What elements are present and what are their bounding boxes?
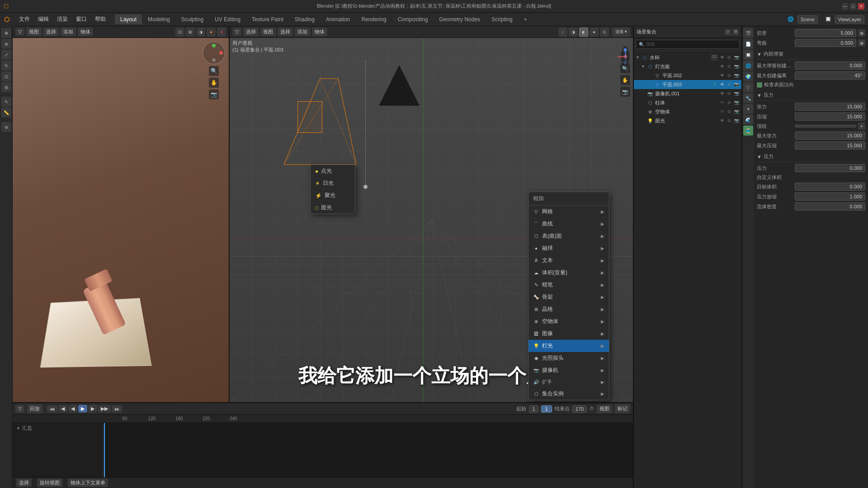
- tab-compositing[interactable]: Compositing: [392, 14, 434, 24]
- tab-layout[interactable]: Layout: [115, 14, 142, 24]
- toolbar-measure[interactable]: 📏: [1, 108, 11, 117]
- pressure-val-value[interactable]: 0.000: [795, 164, 865, 172]
- menu-item-text[interactable]: A文本 ▶: [528, 254, 609, 267]
- em-vis-icon[interactable]: 👁: [719, 108, 725, 115]
- timeline-type-btn[interactable]: ▽: [15, 405, 24, 413]
- main-vp-shading3[interactable]: ●: [590, 28, 599, 37]
- lb-sel-icon[interactable]: ⊙: [726, 63, 732, 70]
- al-vis-icon[interactable]: 👁: [719, 117, 725, 124]
- mini-viewport-object-btn[interactable]: 物体: [78, 28, 93, 36]
- minimize-button[interactable]: —: [842, 3, 848, 9]
- tab-animation[interactable]: Animation: [321, 14, 355, 24]
- menu-item-mesh[interactable]: ▽网格 ▶: [528, 206, 609, 218]
- vertex-group-value[interactable]: [795, 125, 856, 127]
- p002-sel-icon[interactable]: ⊙: [726, 72, 732, 79]
- timeline-rotate-view-btn[interactable]: 旋转视图: [37, 479, 62, 487]
- bend-adjust[interactable]: ⊕: [858, 39, 865, 47]
- toolbar-transform[interactable]: ⊞: [1, 82, 11, 92]
- camera-icon-overlay[interactable]: 📷: [209, 89, 219, 99]
- timeline-next-key[interactable]: ▶▶: [98, 405, 111, 413]
- menu-help[interactable]: 帮助: [91, 14, 109, 24]
- p003-vis-icon[interactable]: 👁: [719, 81, 725, 88]
- cup-sel-icon[interactable]: ⊙: [726, 54, 732, 61]
- cup-vis-icon[interactable]: 👁: [719, 54, 725, 61]
- viewport-nav-gizmo-container[interactable]: [620, 52, 630, 61]
- em-sel-icon[interactable]: ⊙: [726, 108, 732, 115]
- outliner-item-cup[interactable]: ▼ ⬡ 水杯 12 👁 ⊙ 📷: [634, 53, 741, 62]
- outliner-restrict-icon[interactable]: ☰: [732, 29, 739, 35]
- pan-icon[interactable]: ✋: [209, 78, 219, 88]
- main-vp-shading2[interactable]: ◐: [579, 28, 588, 37]
- toolbar-annotate[interactable]: ✎: [1, 97, 11, 107]
- props-tab-view-layer[interactable]: 🔲: [743, 50, 753, 60]
- clip-start-adjust[interactable]: ⊕: [858, 29, 865, 37]
- rotation-gizmo[interactable]: [203, 42, 225, 64]
- mini-vp-icon1[interactable]: ⊡: [175, 28, 184, 37]
- timeline-prev-frame[interactable]: ◀: [68, 405, 77, 413]
- menu-item-image[interactable]: 🖼图像 ▶: [528, 328, 609, 340]
- p002-render-icon[interactable]: 📷: [733, 72, 740, 79]
- tab-geometry-nodes[interactable]: Geometry Nodes: [434, 14, 486, 24]
- timeline-marker-btn[interactable]: 标记: [615, 404, 630, 413]
- current-frame-value[interactable]: 1: [541, 405, 552, 413]
- outliner-search-field[interactable]: 🔍 搜索: [636, 40, 740, 49]
- viewlayer-selector[interactable]: ViewLayer: [835, 15, 864, 23]
- timeline-next-frame[interactable]: ▶: [88, 405, 97, 413]
- timeline-mode-btn[interactable]: 回放: [27, 404, 42, 413]
- toolbar-add[interactable]: ⊕: [1, 122, 11, 132]
- lb-render-icon[interactable]: 📷: [733, 63, 740, 70]
- toolbar-scale[interactable]: ⊡: [1, 71, 11, 81]
- outliner-item-empty[interactable]: ▶ ⊕ 空物体 👁 ⊙ 📷: [634, 107, 741, 116]
- mini-vp-icon3[interactable]: ◑: [196, 28, 205, 37]
- em-render-icon[interactable]: 📷: [733, 108, 740, 115]
- blender-logo[interactable]: ⬡: [0, 13, 14, 26]
- mini-vp-icon2[interactable]: ⊞: [186, 28, 195, 37]
- internal-spring-header[interactable]: ▼ 内部弹簧: [757, 49, 865, 60]
- light-area[interactable]: □ 面光: [311, 202, 355, 214]
- cup-expand[interactable]: ▼: [636, 55, 641, 60]
- main-vp-shading1[interactable]: ◑: [569, 28, 578, 37]
- p003-render-icon[interactable]: 📷: [733, 81, 740, 88]
- fluid-dens-value[interactable]: 0.000: [795, 202, 865, 211]
- max-dist-value[interactable]: 45°: [795, 71, 865, 80]
- outliner-filter-icon[interactable]: ▽: [725, 29, 731, 35]
- props-tab-cloth[interactable]: 🧵: [743, 126, 753, 136]
- vertex-group-btn[interactable]: +: [858, 122, 865, 130]
- al-render-icon[interactable]: 📷: [733, 117, 740, 124]
- menu-item-volume[interactable]: ☁体积(音量) ▶: [528, 267, 609, 279]
- p002-vis-icon[interactable]: 👁: [719, 72, 725, 79]
- outliner-item-plane003[interactable]: ▶ ▽ 平面.003 ✎ 👁 ⊙ 📷: [634, 80, 741, 89]
- timeline-skip-start[interactable]: ⏮: [47, 405, 57, 413]
- menu-item-light[interactable]: 💡 灯光 ▶: [528, 340, 609, 352]
- main-vp-view-btn[interactable]: 视图: [260, 28, 276, 36]
- cyl-sel-icon[interactable]: ⊙: [726, 99, 732, 106]
- pressure-header[interactable]: ▼ 压力: [757, 151, 865, 162]
- timeline-track-content[interactable]: [103, 423, 633, 477]
- mini-viewport-type-btn[interactable]: ▽: [15, 28, 24, 36]
- outliner-item-plane002[interactable]: ▶ ▽ 平面.002 👁 ⊙ 📷: [634, 71, 741, 80]
- end-frame-value[interactable]: 170: [572, 405, 587, 413]
- mini-vp-icon5[interactable]: ✕: [217, 28, 226, 37]
- mini-vp-icon4[interactable]: ●: [207, 28, 216, 37]
- compression-value[interactable]: 15.000: [795, 113, 865, 121]
- scene-selector[interactable]: Scene: [797, 15, 818, 23]
- props-tab-scene[interactable]: 🌐: [743, 61, 753, 70]
- vp-pan-icon[interactable]: ✋: [620, 75, 630, 85]
- main-vp-object-btn[interactable]: 物体: [312, 28, 327, 36]
- check-surface-normal-checkbox[interactable]: [757, 82, 762, 88]
- menu-item-surface[interactable]: ⬡表(曲)面 ▶: [528, 230, 609, 242]
- props-tab-output[interactable]: 📄: [743, 39, 753, 49]
- main-vp-mode-btn[interactable]: ○: [558, 28, 567, 37]
- main-viewport-canvas[interactable]: 用户透视 (1) 场景集合 | 平面.003: [230, 38, 633, 402]
- menu-item-speaker[interactable]: 🔊扩手 ▶: [528, 376, 609, 388]
- light-spot[interactable]: ⚡ 聚光: [311, 189, 355, 202]
- timeline-prev-key[interactable]: ◀: [58, 405, 67, 413]
- menu-file[interactable]: 文件: [15, 14, 33, 24]
- main-vp-shading4[interactable]: ⊙: [600, 28, 609, 37]
- props-tab-world[interactable]: 🌍: [743, 71, 753, 81]
- menu-item-empty[interactable]: ⊕空物体 ▶: [528, 315, 609, 328]
- light-sun[interactable]: ☀ 日光: [311, 177, 355, 189]
- tab-sculpting[interactable]: Sculpting: [176, 14, 209, 24]
- mini-viewport-view-btn[interactable]: 视图: [26, 28, 42, 36]
- bend-value[interactable]: 0.500: [795, 39, 856, 47]
